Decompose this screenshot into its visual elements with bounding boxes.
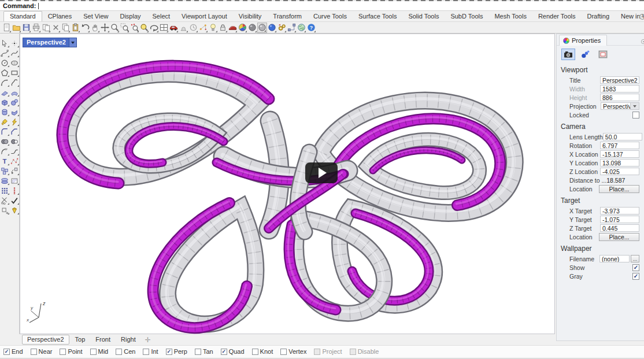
- paint-bucket-icon[interactable]: [0, 117, 9, 127]
- tab-display[interactable]: Display: [114, 12, 146, 21]
- print-icon[interactable]: [31, 23, 41, 33]
- display-sphere-a-icon[interactable]: [247, 23, 257, 33]
- named-view-car-icon[interactable]: [169, 23, 179, 33]
- osnap-checkbox-perp[interactable]: ✓: [166, 349, 172, 355]
- arc-icon[interactable]: [0, 77, 9, 87]
- osnap-checkbox-knot[interactable]: [252, 349, 258, 355]
- control-points-icon[interactable]: [10, 156, 19, 166]
- value-input-y-target[interactable]: -1.075: [600, 216, 639, 223]
- osnap-int[interactable]: Int: [143, 348, 158, 355]
- rotate-icon[interactable]: [10, 166, 19, 176]
- value-input-height[interactable]: 886: [600, 94, 639, 101]
- zoom-selected-icon[interactable]: [129, 23, 139, 33]
- tab-drafting[interactable]: Drafting: [582, 12, 616, 21]
- curve-blend-icon[interactable]: [10, 146, 19, 156]
- array-grid-icon[interactable]: [0, 186, 9, 195]
- dropdown-projection[interactable]: Perspective: [601, 102, 631, 110]
- tab-viewport-layout[interactable]: Viewport Layout: [176, 12, 233, 21]
- tab-cplanes[interactable]: CPlanes: [42, 12, 78, 21]
- rectangle-icon[interactable]: [10, 68, 19, 77]
- boolean-union-icon[interactable]: [0, 136, 9, 146]
- osnap-checkbox-disable[interactable]: [350, 349, 356, 355]
- select-pointer-icon[interactable]: [0, 38, 9, 48]
- osnap-checkbox-near[interactable]: [31, 349, 37, 355]
- transform-icon[interactable]: [0, 205, 9, 215]
- array-linear-icon[interactable]: [10, 186, 19, 195]
- osnap-checkbox-mid[interactable]: [90, 349, 97, 355]
- value-input-title[interactable]: Perspective2: [600, 76, 639, 84]
- zoom-icon[interactable]: [110, 23, 120, 33]
- value-input-x-location[interactable]: -15.137: [600, 150, 639, 158]
- checkbox-show[interactable]: ✓: [632, 264, 639, 271]
- zoom-extents-icon[interactable]: [139, 23, 149, 33]
- move-icon[interactable]: [100, 23, 110, 33]
- node-link-icon[interactable]: [287, 23, 297, 33]
- tab-solid-tools[interactable]: Solid Tools: [402, 12, 445, 21]
- freeform-curve-icon[interactable]: [10, 77, 19, 87]
- osnap-quad[interactable]: ✓Quad: [221, 348, 245, 355]
- text-icon[interactable]: T: [0, 156, 9, 166]
- osnap-tan[interactable]: Tan: [195, 348, 213, 355]
- circle-icon[interactable]: [0, 58, 9, 68]
- chevron-down-icon[interactable]: [631, 102, 639, 110]
- surface-patch-icon[interactable]: [10, 87, 19, 97]
- value-input-y-location[interactable]: 13.098: [600, 159, 639, 166]
- osnap-disable[interactable]: Disable: [350, 348, 379, 355]
- osnap-project[interactable]: Project: [314, 348, 342, 355]
- fillet-edge-icon[interactable]: [0, 127, 9, 136]
- tab-render-tools[interactable]: Render Tools: [532, 12, 582, 21]
- export-file-icon[interactable]: [41, 23, 51, 33]
- command-input[interactable]: [36, 1, 644, 10]
- viewport-tab-right[interactable]: Right: [116, 335, 140, 344]
- osnap-knot[interactable]: Knot: [252, 348, 273, 355]
- osnap-point[interactable]: Point: [60, 348, 82, 355]
- video-play-button[interactable]: [305, 162, 338, 183]
- open-file-icon[interactable]: [12, 23, 21, 33]
- viewport-title-badge[interactable]: Perspective2: [23, 38, 77, 47]
- osnap-cen[interactable]: Cen: [116, 348, 135, 355]
- tab-select[interactable]: Select: [147, 12, 176, 21]
- hatch-icon[interactable]: [10, 176, 19, 186]
- value-input-rotation[interactable]: 6.797: [600, 142, 639, 149]
- osnap-checkbox-vertex[interactable]: [280, 349, 287, 355]
- checkbox-locked[interactable]: [632, 112, 639, 119]
- raytraced-display-icon[interactable]: [267, 23, 277, 33]
- cylinder-icon[interactable]: [0, 107, 9, 117]
- viewport-perspective2[interactable]: Perspective2 z y x: [20, 34, 555, 334]
- add-viewport-icon[interactable]: ✛: [145, 336, 151, 344]
- copy-icon[interactable]: [61, 23, 71, 33]
- sphere-icon[interactable]: [10, 97, 19, 107]
- osnap-perp[interactable]: ✓Perp: [166, 348, 187, 355]
- new-document-icon[interactable]: [2, 23, 12, 33]
- tab-visibility[interactable]: Visibility: [233, 12, 268, 21]
- web-browser-icon[interactable]: [297, 23, 306, 33]
- check-icon[interactable]: [10, 195, 19, 205]
- shaded-display-icon[interactable]: [228, 23, 238, 33]
- osnap-checkbox-point[interactable]: [60, 349, 66, 355]
- panel-gear-icon[interactable]: [640, 37, 644, 47]
- osnap-checkbox-cen[interactable]: [116, 349, 122, 355]
- tab-curve-tools[interactable]: Curve Tools: [308, 12, 353, 21]
- pan-view-icon[interactable]: [90, 23, 100, 33]
- gem-icon[interactable]: [10, 205, 19, 215]
- viewport-tab-top[interactable]: Top: [71, 335, 90, 344]
- lock-objects-icon[interactable]: [218, 23, 228, 33]
- interpolate-curve-icon[interactable]: [10, 48, 19, 58]
- smart-track-icon[interactable]: [198, 23, 208, 33]
- light-properties-icon[interactable]: [579, 49, 593, 60]
- lights-icon[interactable]: [208, 23, 218, 33]
- tab-subd-tools[interactable]: SubD Tools: [445, 12, 488, 21]
- snapshot-icon[interactable]: [179, 23, 188, 33]
- ellipse-icon[interactable]: [10, 58, 19, 68]
- value-input-z-location[interactable]: -4.025: [600, 168, 639, 175]
- value-input-z-target[interactable]: 0.445: [600, 224, 639, 232]
- value-input-x-target[interactable]: -3.973: [600, 207, 639, 214]
- help-icon[interactable]: ?: [306, 23, 316, 33]
- viewport-tab-perspective2[interactable]: Perspective2: [22, 335, 69, 345]
- display-sphere-b-icon[interactable]: [257, 23, 267, 33]
- osnap-checkbox-project[interactable]: [314, 349, 320, 355]
- tab-standard[interactable]: Standard: [3, 11, 42, 21]
- checkbox-gray[interactable]: ✓: [632, 273, 639, 280]
- save-file-icon[interactable]: [21, 23, 31, 33]
- zoom-window-icon[interactable]: [120, 23, 129, 33]
